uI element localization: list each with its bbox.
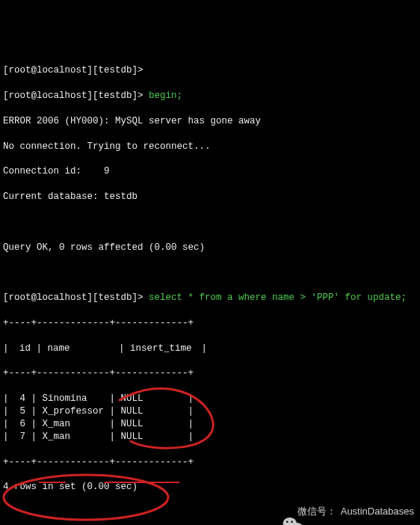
wechat-icon — [272, 503, 293, 521]
watermark-account: AustinDatabases — [341, 505, 414, 518]
connection-id: Connection id: 9 — [3, 165, 417, 178]
table-row: | 6 | X_man | NULL | — [3, 418, 417, 431]
rows-4: 4 rows in set (0.00 sec) — [3, 481, 417, 494]
table-row: | 7 | X_man | NULL | — [3, 431, 417, 443]
error-line-2: No connection. Trying to reconnect... — [3, 141, 417, 153]
table-divider: +----+-------------+-------------+ — [3, 367, 417, 380]
table-divider: +----+-------------+-------------+ — [3, 456, 417, 469]
svg-point-5 — [286, 521, 288, 523]
table-header: | id | name | insert_time | — [3, 343, 417, 355]
current-db: Current database: testdb — [3, 191, 417, 203]
table-row: | 4 | Sinomina | NULL | — [3, 393, 417, 405]
query-ok-1: Query OK, 0 rows affected (0.00 sec) — [3, 242, 417, 254]
table-divider: +----+-------------+-------------+ — [3, 317, 417, 330]
watermark-label: 微信号： — [297, 505, 336, 518]
wechat-watermark: 微信号：AustinDatabases — [272, 503, 414, 521]
terminal-output: [root@localnost][testdb]> [root@localhos… — [0, 51, 420, 526]
cmd-begin: begin; — [149, 90, 182, 101]
error-line-1: ERROR 2006 (HY000): MySQL server has gon… — [3, 115, 417, 128]
result-table-1: | 4 | Sinomina | NULL || 5 | X_professor… — [3, 393, 417, 443]
prompt-line-select1: [root@localhost][testdb]> select * from … — [3, 292, 417, 304]
table-row: | 5 | X_professor | NULL | — [3, 405, 417, 418]
cmd-select-for-update: select * from a where name > 'PPP' for u… — [149, 292, 407, 303]
prompt-line-begin: [root@localhost][testdb]> begin; — [3, 90, 417, 102]
prompt-line-cut: [root@localnost][testdb]> — [3, 64, 417, 77]
svg-point-6 — [291, 521, 294, 523]
